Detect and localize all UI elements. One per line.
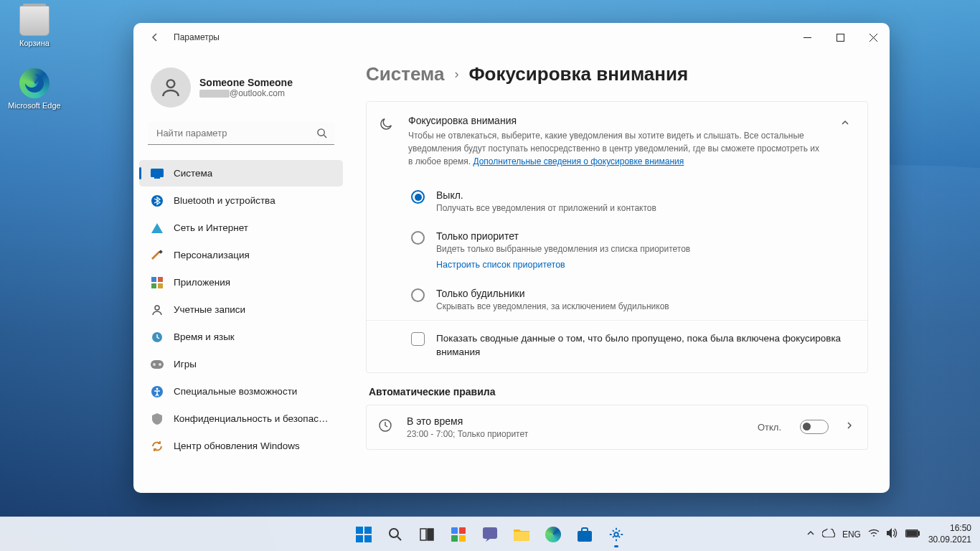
nav-privacy[interactable]: Конфиденциальность и безопасность <box>139 405 343 432</box>
breadcrumb: Система › Фокусировка внимания <box>366 63 868 85</box>
nav-bluetooth[interactable]: Bluetooth и устройства <box>139 187 343 214</box>
nav-time[interactable]: Время и язык <box>139 324 343 350</box>
sidebar: Someone Someone @outlook.com Система Blu… <box>133 52 349 493</box>
clock[interactable]: 16:50 30.09.2021 <box>928 523 971 545</box>
card-title: Фокусировка внимания <box>408 115 826 126</box>
chevron-right-icon[interactable] <box>844 420 854 433</box>
learn-more-link[interactable]: Дополнительные сведения о фокусировке вн… <box>473 156 684 166</box>
rule-desc: 23:00 - 7:00; Только приоритет <box>407 429 746 439</box>
nav-label: Система <box>174 168 212 179</box>
svg-rect-21 <box>356 535 363 542</box>
svg-point-23 <box>390 529 398 537</box>
svg-point-17 <box>156 387 159 390</box>
desktop-recycle-bin[interactable]: Корзина <box>6 6 63 47</box>
rule-time[interactable]: В это время 23:00 - 7:00; Только приорит… <box>366 405 868 450</box>
search-input[interactable] <box>148 122 334 145</box>
settings-window: Параметры Someone Someone @outlook.com <box>133 23 890 493</box>
customize-priority-link[interactable]: Настроить список приоритетов <box>436 260 565 270</box>
nav-system[interactable]: Система <box>139 160 343 187</box>
accessibility-icon <box>151 385 164 398</box>
nav-label: Приложения <box>174 277 230 288</box>
svg-rect-28 <box>451 535 458 542</box>
focus-assist-card: Фокусировка внимания Чтобы не отвлекатьс… <box>366 101 868 373</box>
svg-rect-10 <box>158 283 163 288</box>
search-field[interactable] <box>148 122 334 145</box>
onedrive-icon[interactable] <box>822 529 835 540</box>
time-icon <box>151 331 164 344</box>
maximize-button[interactable] <box>824 23 857 52</box>
radio-alarms[interactable] <box>411 288 425 302</box>
profile-section[interactable]: Someone Someone @outlook.com <box>136 59 346 122</box>
radio-priority[interactable] <box>411 231 425 245</box>
volume-icon[interactable] <box>887 528 898 540</box>
task-view-button[interactable] <box>413 520 441 549</box>
nav-label: Bluetooth и устройства <box>174 195 275 206</box>
svg-point-11 <box>155 306 159 310</box>
taskbar: ENG 16:50 30.09.2021 <box>0 517 980 551</box>
time: 16:50 <box>928 523 971 534</box>
nav-gaming[interactable]: Игры <box>139 351 343 377</box>
option-off[interactable]: Выкл. Получать все уведомления от прилож… <box>367 181 867 222</box>
option-desc: Получать все уведомления от приложений и… <box>436 203 656 213</box>
svg-rect-22 <box>364 535 372 542</box>
collapse-button[interactable] <box>837 115 853 133</box>
back-button[interactable] <box>143 26 166 49</box>
svg-rect-26 <box>451 527 458 534</box>
svg-rect-4 <box>154 177 160 179</box>
search-button[interactable] <box>381 520 410 549</box>
svg-rect-36 <box>907 531 917 536</box>
svg-point-14 <box>153 363 156 366</box>
option-summary[interactable]: Показать сводные данные о том, что было … <box>367 320 867 372</box>
radio-off[interactable] <box>411 190 425 204</box>
nav-network[interactable]: Сеть и Интернет <box>139 215 343 241</box>
nav-label: Сеть и Интернет <box>174 222 248 233</box>
nav-apps[interactable]: Приложения <box>139 269 343 296</box>
widgets-button[interactable] <box>444 520 473 549</box>
breadcrumb-parent[interactable]: Система <box>366 63 444 85</box>
nav-label: Конфиденциальность и безопасность <box>174 413 331 424</box>
svg-rect-13 <box>151 360 164 369</box>
option-desc: Скрывать все уведомления, за исключением… <box>436 301 669 311</box>
profile-email: @outlook.com <box>230 88 285 98</box>
option-title: Только приоритет <box>436 230 690 242</box>
desktop-edge[interactable]: Microsoft Edge <box>6 68 63 110</box>
language-indicator[interactable]: ENG <box>842 529 861 540</box>
update-icon <box>151 440 164 453</box>
settings-button[interactable] <box>602 520 631 549</box>
personalization-icon <box>151 249 164 262</box>
rule-status: Откл. <box>758 422 781 433</box>
minimize-button[interactable] <box>791 23 824 52</box>
accounts-icon <box>151 303 164 316</box>
svg-rect-20 <box>364 527 372 534</box>
system-icon <box>151 167 164 180</box>
chat-button[interactable] <box>476 520 504 549</box>
moon-icon <box>378 116 397 135</box>
wifi-icon[interactable] <box>868 529 880 540</box>
svg-rect-24 <box>420 529 426 540</box>
date: 30.09.2021 <box>928 534 971 546</box>
edge-button[interactable] <box>539 520 567 549</box>
start-button[interactable] <box>349 520 378 549</box>
search-icon <box>316 128 327 141</box>
tray-expand-icon[interactable] <box>806 529 815 540</box>
nav-personalization[interactable]: Персонализация <box>139 242 343 268</box>
option-priority[interactable]: Только приоритет Видеть только выбранные… <box>367 222 867 279</box>
checkbox-summary[interactable] <box>411 332 425 346</box>
explorer-button[interactable] <box>507 520 536 549</box>
svg-rect-35 <box>918 532 920 535</box>
nav-label: Игры <box>174 359 197 369</box>
svg-rect-19 <box>356 527 363 534</box>
avatar <box>151 67 191 108</box>
nav-accounts[interactable]: Учетные записи <box>139 296 343 323</box>
nav-update[interactable]: Центр обновления Windows <box>139 433 343 459</box>
close-button[interactable] <box>857 23 890 52</box>
option-alarms[interactable]: Только будильники Скрывать все уведомлен… <box>367 279 867 320</box>
nav-accessibility[interactable]: Специальные возможности <box>139 378 343 405</box>
battery-icon[interactable] <box>905 529 920 540</box>
store-button[interactable] <box>570 520 599 549</box>
svg-point-2 <box>318 129 324 136</box>
rule-toggle[interactable] <box>800 420 829 434</box>
svg-rect-31 <box>514 532 529 541</box>
recycle-bin-label: Корзина <box>6 39 63 47</box>
nav-label: Центр обновления Windows <box>174 441 300 451</box>
